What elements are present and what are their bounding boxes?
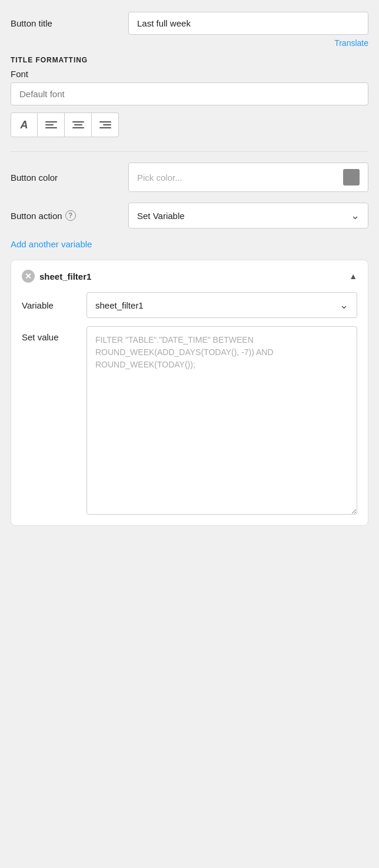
button-action-label: Button action ?: [11, 210, 128, 221]
align-center-icon: [72, 121, 84, 128]
add-variable-link[interactable]: Add another variable: [11, 239, 92, 249]
color-picker-placeholder: Pick color...: [137, 173, 182, 183]
font-label: Font: [11, 69, 368, 79]
align-center-button[interactable]: [65, 112, 92, 137]
remove-variable-icon[interactable]: ✕: [22, 270, 35, 283]
help-icon[interactable]: ?: [65, 210, 76, 221]
button-color-row: Button color Pick color...: [11, 163, 368, 192]
translate-row: Translate: [11, 38, 368, 48]
variable-card: ✕ sheet_filter1 ▲ Variable sheet_filter1…: [11, 260, 368, 526]
translate-link[interactable]: Translate: [334, 38, 368, 48]
title-formatting-heading: TITLE FORMATTING: [11, 56, 368, 64]
variable-chevron-icon: ⌄: [340, 299, 348, 312]
set-value-label: Set value: [22, 326, 87, 342]
collapse-icon[interactable]: ▲: [349, 271, 357, 281]
format-toolbar: A: [11, 112, 368, 137]
variable-select-row: Variable sheet_filter1 ⌄: [22, 292, 357, 318]
align-left-button[interactable]: [38, 112, 65, 137]
variable-card-title: ✕ sheet_filter1: [22, 270, 91, 283]
variable-card-header: ✕ sheet_filter1 ▲: [22, 270, 357, 283]
divider: [11, 151, 368, 152]
button-action-select[interactable]: Set Variable ⌄: [128, 203, 368, 228]
button-action-value: Set Variable: [137, 211, 185, 221]
align-right-button[interactable]: [92, 112, 119, 137]
color-swatch: [343, 169, 360, 185]
font-input[interactable]: [11, 82, 368, 105]
variable-select-value: sheet_filter1: [95, 300, 144, 310]
button-title-label: Button title: [11, 18, 128, 28]
variable-select-box[interactable]: sheet_filter1 ⌄: [87, 292, 357, 318]
button-title-input[interactable]: [128, 12, 368, 35]
font-style-button[interactable]: A: [11, 112, 38, 137]
chevron-down-icon: ⌄: [351, 209, 360, 222]
variable-name: sheet_filter1: [39, 271, 91, 281]
button-color-label: Button color: [11, 173, 128, 183]
set-value-textarea[interactable]: [87, 326, 357, 515]
button-action-row: Button action ? Set Variable ⌄: [11, 203, 368, 228]
button-title-row: Button title: [11, 12, 368, 35]
italic-a-icon: A: [21, 119, 28, 131]
align-left-icon: [45, 121, 57, 128]
variable-label: Variable: [22, 300, 87, 310]
align-right-icon: [99, 121, 111, 128]
set-value-row: Set value: [22, 326, 357, 515]
color-picker-box[interactable]: Pick color...: [128, 163, 368, 192]
